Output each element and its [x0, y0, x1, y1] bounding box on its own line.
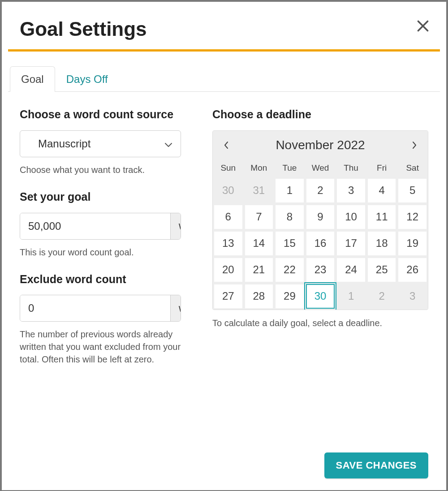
calendar-day[interactable]: 7	[245, 205, 274, 229]
source-value: Manuscript	[38, 138, 90, 150]
calendar-day: 2	[367, 284, 396, 309]
calendar-day[interactable]: 17	[336, 231, 366, 256]
calendar-dow: Sat	[397, 159, 428, 177]
save-changes-button[interactable]: SAVE CHANGES	[324, 452, 428, 478]
calendar-day: 1	[336, 284, 366, 309]
exclude-suffix: words	[170, 295, 181, 321]
calendar-dow: Mon	[244, 159, 275, 177]
calendar-day[interactable]: 15	[275, 231, 304, 256]
calendar-day[interactable]: 4	[367, 178, 396, 203]
exclude-input-group: words	[20, 295, 181, 322]
calendar-day[interactable]: 18	[367, 231, 396, 256]
exclude-input[interactable]	[20, 295, 170, 321]
chevron-right-icon	[412, 141, 417, 149]
deadline-title: Choose a deadline	[212, 107, 428, 122]
exclude-section: Exclude word count words The number of p…	[20, 272, 199, 366]
goal-input-group: words	[20, 213, 181, 240]
calendar-dow: Sun	[213, 159, 244, 177]
calendar-day[interactable]: 26	[398, 258, 427, 282]
calendar-day[interactable]: 29	[275, 284, 304, 309]
calendar-day[interactable]: 5	[398, 178, 427, 203]
calendar-day[interactable]: 12	[398, 205, 427, 229]
calendar-day: 30	[214, 178, 243, 203]
calendar-month-label: November 2022	[276, 138, 365, 152]
source-helper: Choose what you want to track.	[20, 164, 199, 176]
tab-goal[interactable]: Goal	[10, 66, 55, 92]
calendar-day[interactable]: 8	[275, 205, 304, 229]
calendar-day[interactable]: 10	[336, 205, 366, 229]
calendar-day[interactable]: 19	[398, 231, 427, 256]
calendar-day[interactable]: 27	[214, 284, 243, 309]
calendar-day: 31	[245, 178, 274, 203]
exclude-title: Exclude word count	[20, 272, 199, 287]
close-icon	[415, 18, 431, 34]
calendar-next-button[interactable]	[409, 140, 420, 151]
calendar-day[interactable]: 14	[245, 231, 274, 256]
calendar-day[interactable]: 25	[367, 258, 396, 282]
close-button[interactable]	[415, 18, 431, 34]
goal-helper: This is your word count goal.	[20, 246, 199, 258]
calendar-dow: Thu	[336, 159, 366, 177]
source-title: Choose a word count source	[20, 107, 199, 122]
source-section: Choose a word count source Manuscript Ch…	[20, 107, 199, 176]
calendar-prev-button[interactable]	[221, 140, 232, 151]
calendar-day[interactable]: 2	[306, 178, 335, 203]
calendar-day[interactable]: 24	[336, 258, 366, 282]
calendar-day[interactable]: 3	[336, 178, 366, 203]
goal-settings-modal: Goal Settings Goal Days Off Choose a wor…	[2, 2, 446, 490]
calendar-header: November 2022	[213, 131, 428, 159]
calendar-day[interactable]: 22	[275, 258, 304, 282]
calendar-day[interactable]: 21	[245, 258, 274, 282]
chevron-left-icon	[224, 141, 229, 149]
source-select[interactable]: Manuscript	[20, 130, 181, 157]
calendar-day[interactable]: 16	[306, 231, 335, 256]
calendar-day[interactable]: 1	[275, 178, 304, 203]
deadline-helper: To calculate a daily goal, select a dead…	[212, 318, 428, 328]
calendar-day: 3	[398, 284, 427, 309]
calendar-dow: Wed	[305, 159, 336, 177]
content: Choose a word count source Manuscript Ch…	[2, 92, 446, 379]
chevron-down-icon	[164, 138, 172, 150]
goal-title: Set your goal	[20, 190, 199, 205]
goal-suffix: words	[170, 213, 181, 239]
goal-section: Set your goal words This is your word co…	[20, 190, 199, 258]
calendar-day[interactable]: 11	[367, 205, 396, 229]
calendar-day[interactable]: 28	[245, 284, 274, 309]
modal-title: Goal Settings	[20, 18, 428, 40]
tabs: Goal Days Off	[8, 66, 440, 92]
accent-bar	[8, 49, 440, 52]
calendar-day[interactable]: 13	[214, 231, 243, 256]
modal-header: Goal Settings	[2, 2, 446, 49]
calendar-day[interactable]: 6	[214, 205, 243, 229]
calendar-day[interactable]: 20	[214, 258, 243, 282]
exclude-helper: The number of previous words already wri…	[20, 328, 199, 366]
calendar-grid: SunMonTueWedThuFriSat3031123456789101112…	[213, 159, 428, 310]
calendar-dow: Tue	[274, 159, 305, 177]
calendar-dow: Fri	[366, 159, 397, 177]
calendar-day-selected[interactable]: 30	[306, 284, 335, 309]
calendar-day[interactable]: 23	[306, 258, 335, 282]
modal-footer: SAVE CHANGES	[324, 452, 428, 478]
calendar-day[interactable]: 9	[306, 205, 335, 229]
tab-days-off[interactable]: Days Off	[55, 66, 119, 92]
right-column: Choose a deadline November 2022 SunMonTu…	[212, 107, 428, 379]
goal-input[interactable]	[20, 213, 170, 239]
deadline-calendar: November 2022 SunMonTueWedThuFriSat30311…	[212, 130, 428, 310]
left-column: Choose a word count source Manuscript Ch…	[20, 107, 199, 379]
